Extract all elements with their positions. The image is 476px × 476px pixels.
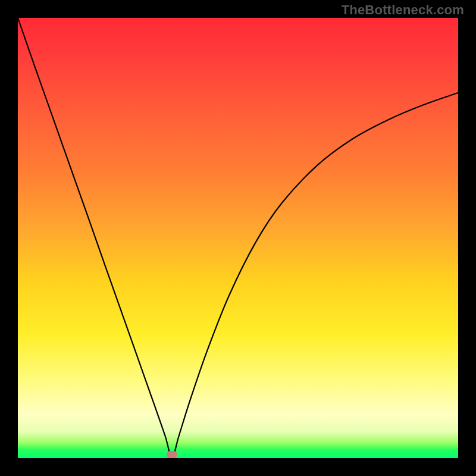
- watermark-text: TheBottleneck.com: [342, 2, 464, 18]
- minimum-marker: [167, 451, 177, 458]
- bottleneck-curve: [18, 18, 458, 458]
- plot-area: [18, 18, 458, 458]
- chart-frame: TheBottleneck.com: [0, 0, 476, 476]
